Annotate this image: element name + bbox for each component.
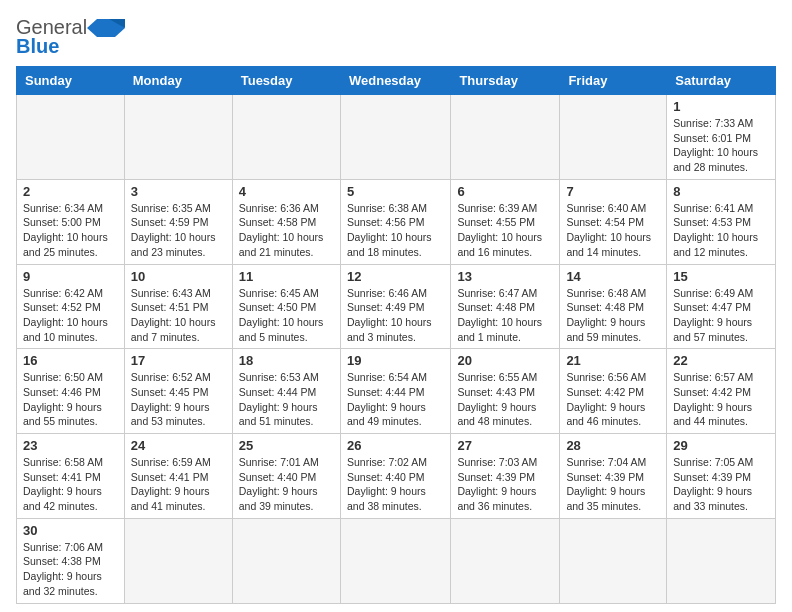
calendar-cell [340,95,450,180]
day-info: Sunrise: 6:45 AM Sunset: 4:50 PM Dayligh… [239,286,334,345]
day-info: Sunrise: 7:33 AM Sunset: 6:01 PM Dayligh… [673,116,769,175]
day-info: Sunrise: 6:55 AM Sunset: 4:43 PM Dayligh… [457,370,553,429]
day-number: 22 [673,353,769,368]
calendar-cell [560,95,667,180]
calendar-cell: 10Sunrise: 6:43 AM Sunset: 4:51 PM Dayli… [124,264,232,349]
calendar-week-row: 9Sunrise: 6:42 AM Sunset: 4:52 PM Daylig… [17,264,776,349]
calendar-cell [124,95,232,180]
day-info: Sunrise: 6:59 AM Sunset: 4:41 PM Dayligh… [131,455,226,514]
calendar-cell: 7Sunrise: 6:40 AM Sunset: 4:54 PM Daylig… [560,179,667,264]
calendar-table: SundayMondayTuesdayWednesdayThursdayFrid… [16,66,776,604]
day-info: Sunrise: 6:39 AM Sunset: 4:55 PM Dayligh… [457,201,553,260]
day-number: 7 [566,184,660,199]
day-number: 3 [131,184,226,199]
day-info: Sunrise: 6:50 AM Sunset: 4:46 PM Dayligh… [23,370,118,429]
calendar-cell: 11Sunrise: 6:45 AM Sunset: 4:50 PM Dayli… [232,264,340,349]
day-number: 27 [457,438,553,453]
day-info: Sunrise: 6:40 AM Sunset: 4:54 PM Dayligh… [566,201,660,260]
calendar-cell [232,518,340,603]
day-number: 26 [347,438,444,453]
calendar-cell: 1Sunrise: 7:33 AM Sunset: 6:01 PM Daylig… [667,95,776,180]
day-info: Sunrise: 6:34 AM Sunset: 5:00 PM Dayligh… [23,201,118,260]
day-number: 9 [23,269,118,284]
day-number: 16 [23,353,118,368]
day-info: Sunrise: 7:04 AM Sunset: 4:39 PM Dayligh… [566,455,660,514]
calendar-cell: 9Sunrise: 6:42 AM Sunset: 4:52 PM Daylig… [17,264,125,349]
calendar-cell: 24Sunrise: 6:59 AM Sunset: 4:41 PM Dayli… [124,434,232,519]
calendar-cell: 13Sunrise: 6:47 AM Sunset: 4:48 PM Dayli… [451,264,560,349]
weekday-header: Tuesday [232,67,340,95]
day-info: Sunrise: 7:05 AM Sunset: 4:39 PM Dayligh… [673,455,769,514]
calendar-cell: 26Sunrise: 7:02 AM Sunset: 4:40 PM Dayli… [340,434,450,519]
day-info: Sunrise: 6:42 AM Sunset: 4:52 PM Dayligh… [23,286,118,345]
day-info: Sunrise: 6:53 AM Sunset: 4:44 PM Dayligh… [239,370,334,429]
day-number: 4 [239,184,334,199]
calendar-cell [560,518,667,603]
logo: General Blue [16,16,125,58]
calendar-cell [451,95,560,180]
day-number: 12 [347,269,444,284]
calendar-cell: 6Sunrise: 6:39 AM Sunset: 4:55 PM Daylig… [451,179,560,264]
day-number: 14 [566,269,660,284]
day-number: 2 [23,184,118,199]
day-number: 1 [673,99,769,114]
weekday-header: Monday [124,67,232,95]
day-number: 18 [239,353,334,368]
day-info: Sunrise: 6:36 AM Sunset: 4:58 PM Dayligh… [239,201,334,260]
weekday-header: Sunday [17,67,125,95]
day-info: Sunrise: 6:35 AM Sunset: 4:59 PM Dayligh… [131,201,226,260]
day-info: Sunrise: 6:54 AM Sunset: 4:44 PM Dayligh… [347,370,444,429]
day-number: 30 [23,523,118,538]
day-number: 19 [347,353,444,368]
logo-icon [87,17,125,39]
calendar-cell: 18Sunrise: 6:53 AM Sunset: 4:44 PM Dayli… [232,349,340,434]
calendar-cell: 16Sunrise: 6:50 AM Sunset: 4:46 PM Dayli… [17,349,125,434]
day-info: Sunrise: 6:47 AM Sunset: 4:48 PM Dayligh… [457,286,553,345]
day-info: Sunrise: 6:38 AM Sunset: 4:56 PM Dayligh… [347,201,444,260]
day-info: Sunrise: 6:49 AM Sunset: 4:47 PM Dayligh… [673,286,769,345]
calendar-cell: 22Sunrise: 6:57 AM Sunset: 4:42 PM Dayli… [667,349,776,434]
calendar-cell [340,518,450,603]
day-info: Sunrise: 7:06 AM Sunset: 4:38 PM Dayligh… [23,540,118,599]
calendar-cell [667,518,776,603]
day-number: 6 [457,184,553,199]
day-number: 10 [131,269,226,284]
calendar-cell: 23Sunrise: 6:58 AM Sunset: 4:41 PM Dayli… [17,434,125,519]
calendar-cell: 28Sunrise: 7:04 AM Sunset: 4:39 PM Dayli… [560,434,667,519]
calendar-header-row: SundayMondayTuesdayWednesdayThursdayFrid… [17,67,776,95]
day-info: Sunrise: 7:03 AM Sunset: 4:39 PM Dayligh… [457,455,553,514]
day-number: 21 [566,353,660,368]
calendar-cell: 14Sunrise: 6:48 AM Sunset: 4:48 PM Dayli… [560,264,667,349]
calendar-week-row: 1Sunrise: 7:33 AM Sunset: 6:01 PM Daylig… [17,95,776,180]
calendar-cell: 25Sunrise: 7:01 AM Sunset: 4:40 PM Dayli… [232,434,340,519]
calendar-cell [232,95,340,180]
weekday-header: Friday [560,67,667,95]
day-info: Sunrise: 6:48 AM Sunset: 4:48 PM Dayligh… [566,286,660,345]
day-info: Sunrise: 7:02 AM Sunset: 4:40 PM Dayligh… [347,455,444,514]
day-info: Sunrise: 6:43 AM Sunset: 4:51 PM Dayligh… [131,286,226,345]
day-number: 25 [239,438,334,453]
calendar-cell [17,95,125,180]
calendar-cell: 29Sunrise: 7:05 AM Sunset: 4:39 PM Dayli… [667,434,776,519]
day-info: Sunrise: 6:46 AM Sunset: 4:49 PM Dayligh… [347,286,444,345]
calendar-cell: 4Sunrise: 6:36 AM Sunset: 4:58 PM Daylig… [232,179,340,264]
page-header: General Blue [16,16,776,58]
calendar-cell: 30Sunrise: 7:06 AM Sunset: 4:38 PM Dayli… [17,518,125,603]
calendar-week-row: 2Sunrise: 6:34 AM Sunset: 5:00 PM Daylig… [17,179,776,264]
calendar-cell [124,518,232,603]
calendar-week-row: 30Sunrise: 7:06 AM Sunset: 4:38 PM Dayli… [17,518,776,603]
calendar-cell: 5Sunrise: 6:38 AM Sunset: 4:56 PM Daylig… [340,179,450,264]
calendar-cell [451,518,560,603]
calendar-cell: 8Sunrise: 6:41 AM Sunset: 4:53 PM Daylig… [667,179,776,264]
calendar-week-row: 23Sunrise: 6:58 AM Sunset: 4:41 PM Dayli… [17,434,776,519]
day-info: Sunrise: 6:57 AM Sunset: 4:42 PM Dayligh… [673,370,769,429]
day-number: 17 [131,353,226,368]
calendar-cell: 17Sunrise: 6:52 AM Sunset: 4:45 PM Dayli… [124,349,232,434]
day-info: Sunrise: 6:56 AM Sunset: 4:42 PM Dayligh… [566,370,660,429]
calendar-cell: 2Sunrise: 6:34 AM Sunset: 5:00 PM Daylig… [17,179,125,264]
weekday-header: Thursday [451,67,560,95]
day-number: 24 [131,438,226,453]
day-number: 29 [673,438,769,453]
day-number: 28 [566,438,660,453]
day-number: 23 [23,438,118,453]
